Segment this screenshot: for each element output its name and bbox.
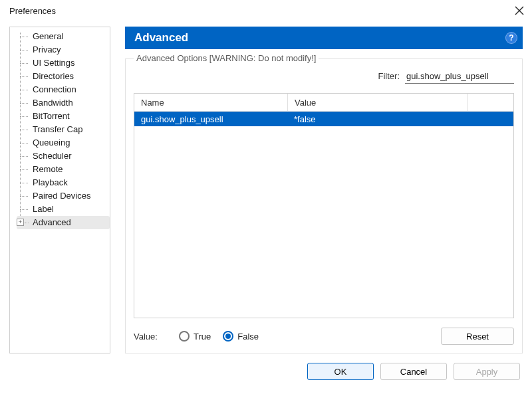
tree-item-bittorrent[interactable]: BitTorrent (17, 110, 110, 123)
column-header-name[interactable]: Name (134, 94, 288, 111)
help-icon[interactable]: ? (505, 32, 517, 44)
group-legend: Advanced Options [WARNING: Do not modify… (134, 53, 319, 63)
radio-false-label: False (237, 332, 259, 342)
section-title: Advanced (134, 31, 188, 45)
tree-item-label: Scheduler (33, 151, 72, 161)
cell-value: *false (287, 114, 467, 124)
tree-item-label[interactable]: Label (17, 203, 110, 216)
advanced-table: Name Value gui.show_plus_upsell*false (134, 93, 514, 318)
tree-item-label: Label (33, 204, 54, 214)
value-row: Value: True False Reset (134, 318, 514, 345)
cancel-button[interactable]: Cancel (380, 363, 447, 380)
tree-item-label: Connection (33, 84, 76, 94)
table-body: gui.show_plus_upsell*false (134, 112, 513, 318)
tree-item-ui-settings[interactable]: UI Settings (17, 56, 110, 70)
filter-input[interactable] (405, 68, 514, 84)
titlebar: Preferences (0, 0, 532, 21)
window-title: Preferences (9, 6, 56, 16)
radio-true-label: True (194, 332, 211, 342)
tree-item-label: Transfer Cap (33, 124, 82, 134)
filter-label: Filter: (378, 71, 400, 81)
tree-item-advanced[interactable]: +Advanced (17, 216, 110, 229)
tree-item-label: General (33, 31, 63, 41)
plus-icon[interactable]: + (17, 219, 24, 226)
cell-name: gui.show_plus_upsell (134, 114, 287, 124)
category-tree: GeneralPrivacyUI SettingsDirectoriesConn… (9, 27, 110, 353)
tree-item-remote[interactable]: Remote (17, 163, 110, 176)
tree-item-general[interactable]: General (17, 30, 110, 43)
filter-row: Filter: (134, 66, 514, 93)
value-radio-false[interactable]: False (223, 331, 259, 342)
value-label: Value: (134, 332, 167, 342)
tree-item-queueing[interactable]: Queueing (17, 136, 110, 149)
tree-item-bandwidth[interactable]: Bandwidth (17, 96, 110, 110)
reset-button[interactable]: Reset (441, 328, 514, 345)
tree-item-transfer-cap[interactable]: Transfer Cap (17, 123, 110, 136)
radio-icon (223, 331, 233, 342)
tree-item-label: Privacy (33, 45, 61, 54)
tree-item-label: Advanced (33, 217, 71, 227)
tree-item-privacy[interactable]: Privacy (17, 43, 110, 56)
tree-item-label: Remote (33, 164, 63, 174)
tree-item-directories[interactable]: Directories (17, 70, 110, 83)
ok-button[interactable]: OK (307, 363, 374, 380)
content-pane: Advanced ? Advanced Options [WARNING: Do… (125, 27, 523, 353)
tree-item-label: Paired Devices (33, 191, 90, 201)
column-header-value[interactable]: Value (288, 94, 468, 111)
tree-item-label: Directories (33, 71, 74, 81)
radio-icon (179, 331, 190, 342)
table-header: Name Value (134, 94, 513, 112)
tree-item-playback[interactable]: Playback (17, 176, 110, 189)
table-row[interactable]: gui.show_plus_upsell*false (134, 112, 513, 126)
section-header: Advanced ? (125, 27, 523, 49)
tree-item-label: UI Settings (33, 58, 75, 68)
apply-button: Apply (454, 363, 520, 380)
value-radio-true[interactable]: True (179, 331, 211, 342)
tree-item-paired-devices[interactable]: Paired Devices (17, 189, 110, 203)
advanced-groupbox: Advanced Options [WARNING: Do not modify… (125, 58, 523, 353)
dialog-footer: OK Cancel Apply (0, 353, 532, 380)
tree-item-label: Playback (33, 177, 68, 187)
tree-item-label: Bandwidth (33, 98, 73, 108)
close-icon[interactable] (515, 6, 524, 15)
tree-item-label: Queueing (33, 138, 70, 148)
tree-item-scheduler[interactable]: Scheduler (17, 149, 110, 163)
tree-item-label: BitTorrent (33, 111, 70, 121)
tree-item-connection[interactable]: Connection (17, 83, 110, 96)
